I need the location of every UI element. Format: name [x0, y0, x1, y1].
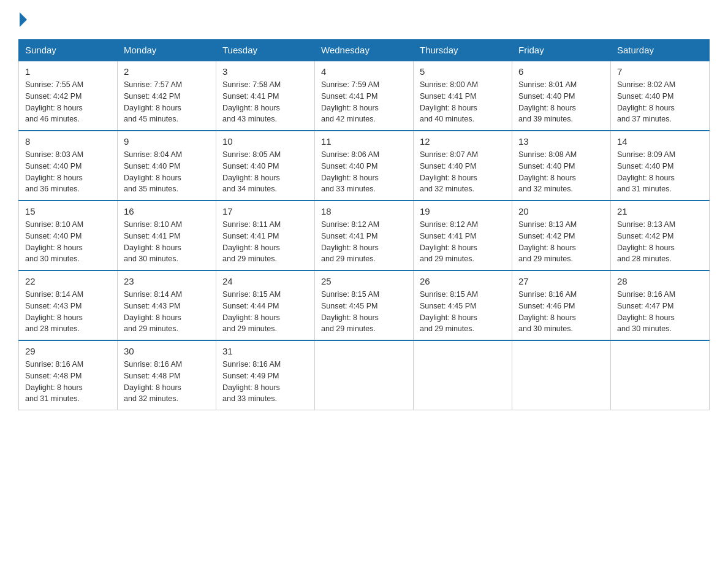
day-info: Sunrise: 8:03 AMSunset: 4:40 PMDaylight:… — [25, 149, 111, 195]
day-number: 17 — [222, 206, 308, 216]
day-number: 25 — [321, 276, 407, 286]
calendar-cell: 31Sunrise: 8:16 AMSunset: 4:49 PMDayligh… — [216, 340, 315, 410]
day-number: 20 — [518, 206, 604, 216]
calendar-cell: 11Sunrise: 8:06 AMSunset: 4:40 PMDayligh… — [315, 131, 414, 201]
calendar-cell: 4Sunrise: 7:59 AMSunset: 4:41 PMDaylight… — [315, 61, 414, 131]
calendar-cell: 23Sunrise: 8:14 AMSunset: 4:43 PMDayligh… — [118, 270, 216, 340]
day-number: 26 — [420, 276, 506, 286]
calendar-cell: 29Sunrise: 8:16 AMSunset: 4:48 PMDayligh… — [19, 340, 118, 410]
calendar-table: SundayMondayTuesdayWednesdayThursdayFrid… — [18, 39, 710, 410]
calendar-cell: 18Sunrise: 8:12 AMSunset: 4:41 PMDayligh… — [315, 201, 414, 270]
day-number: 2 — [124, 66, 210, 77]
calendar-cell: 20Sunrise: 8:13 AMSunset: 4:42 PMDayligh… — [512, 201, 611, 270]
day-number: 30 — [124, 346, 210, 356]
day-number: 27 — [518, 276, 604, 286]
calendar-cell: 12Sunrise: 8:07 AMSunset: 4:40 PMDayligh… — [414, 131, 512, 201]
calendar-cell: 28Sunrise: 8:16 AMSunset: 4:47 PMDayligh… — [611, 270, 710, 340]
day-number: 22 — [25, 276, 111, 286]
day-info: Sunrise: 7:59 AMSunset: 4:41 PMDaylight:… — [321, 79, 407, 125]
column-header-tuesday: Tuesday — [216, 40, 315, 61]
day-info: Sunrise: 8:13 AMSunset: 4:42 PMDaylight:… — [617, 219, 703, 265]
calendar-cell: 15Sunrise: 8:10 AMSunset: 4:40 PMDayligh… — [19, 201, 118, 270]
calendar-cell: 9Sunrise: 8:04 AMSunset: 4:40 PMDaylight… — [118, 131, 216, 201]
day-info: Sunrise: 8:08 AMSunset: 4:40 PMDaylight:… — [518, 149, 604, 195]
calendar-cell: 6Sunrise: 8:01 AMSunset: 4:40 PMDaylight… — [512, 61, 611, 131]
day-number: 9 — [124, 136, 210, 147]
calendar-cell: 16Sunrise: 8:10 AMSunset: 4:41 PMDayligh… — [118, 201, 216, 270]
day-number: 14 — [617, 136, 703, 147]
day-info: Sunrise: 8:00 AMSunset: 4:41 PMDaylight:… — [420, 79, 506, 125]
day-number: 16 — [124, 206, 210, 216]
day-number: 18 — [321, 206, 407, 216]
calendar-cell: 2Sunrise: 7:57 AMSunset: 4:42 PMDaylight… — [118, 61, 216, 131]
calendar-cell: 10Sunrise: 8:05 AMSunset: 4:40 PMDayligh… — [216, 131, 315, 201]
day-number: 3 — [222, 66, 308, 77]
calendar-cell: 26Sunrise: 8:15 AMSunset: 4:45 PMDayligh… — [414, 270, 512, 340]
column-header-saturday: Saturday — [611, 40, 710, 61]
column-header-thursday: Thursday — [414, 40, 512, 61]
day-info: Sunrise: 8:07 AMSunset: 4:40 PMDaylight:… — [420, 149, 506, 195]
day-number: 24 — [222, 276, 308, 286]
day-number: 4 — [321, 66, 407, 77]
day-number: 15 — [25, 206, 111, 216]
calendar-cell: 22Sunrise: 8:14 AMSunset: 4:43 PMDayligh… — [19, 270, 118, 340]
page-header — [18, 12, 710, 27]
day-info: Sunrise: 8:10 AMSunset: 4:41 PMDaylight:… — [124, 219, 210, 265]
calendar-cell: 7Sunrise: 8:02 AMSunset: 4:40 PMDaylight… — [611, 61, 710, 131]
calendar-cell: 1Sunrise: 7:55 AMSunset: 4:42 PMDaylight… — [19, 61, 118, 131]
calendar-week-row: 22Sunrise: 8:14 AMSunset: 4:43 PMDayligh… — [19, 270, 710, 340]
day-number: 19 — [420, 206, 506, 216]
column-header-monday: Monday — [118, 40, 216, 61]
column-header-friday: Friday — [512, 40, 611, 61]
calendar-cell: 13Sunrise: 8:08 AMSunset: 4:40 PMDayligh… — [512, 131, 611, 201]
day-info: Sunrise: 8:09 AMSunset: 4:40 PMDaylight:… — [617, 149, 703, 195]
day-info: Sunrise: 8:06 AMSunset: 4:40 PMDaylight:… — [321, 149, 407, 195]
calendar-cell: 30Sunrise: 8:16 AMSunset: 4:48 PMDayligh… — [118, 340, 216, 410]
day-number: 29 — [25, 346, 111, 356]
calendar-week-row: 1Sunrise: 7:55 AMSunset: 4:42 PMDaylight… — [19, 61, 710, 131]
day-info: Sunrise: 8:16 AMSunset: 4:48 PMDaylight:… — [25, 359, 111, 405]
logo-triangle-icon — [20, 12, 27, 27]
calendar-cell: 3Sunrise: 7:58 AMSunset: 4:41 PMDaylight… — [216, 61, 315, 131]
calendar-week-row: 29Sunrise: 8:16 AMSunset: 4:48 PMDayligh… — [19, 340, 710, 410]
calendar-cell: 24Sunrise: 8:15 AMSunset: 4:44 PMDayligh… — [216, 270, 315, 340]
calendar-cell: 8Sunrise: 8:03 AMSunset: 4:40 PMDaylight… — [19, 131, 118, 201]
day-info: Sunrise: 8:14 AMSunset: 4:43 PMDaylight:… — [25, 289, 111, 335]
day-number: 13 — [518, 136, 604, 147]
day-info: Sunrise: 8:16 AMSunset: 4:47 PMDaylight:… — [617, 289, 703, 335]
day-info: Sunrise: 8:10 AMSunset: 4:40 PMDaylight:… — [25, 219, 111, 265]
calendar-week-row: 15Sunrise: 8:10 AMSunset: 4:40 PMDayligh… — [19, 201, 710, 270]
day-number: 23 — [124, 276, 210, 286]
calendar-cell: 19Sunrise: 8:12 AMSunset: 4:41 PMDayligh… — [414, 201, 512, 270]
day-info: Sunrise: 8:15 AMSunset: 4:45 PMDaylight:… — [420, 289, 506, 335]
day-info: Sunrise: 7:55 AMSunset: 4:42 PMDaylight:… — [25, 79, 111, 125]
day-number: 5 — [420, 66, 506, 77]
day-number: 10 — [222, 136, 308, 147]
day-info: Sunrise: 7:57 AMSunset: 4:42 PMDaylight:… — [124, 79, 210, 125]
day-info: Sunrise: 8:15 AMSunset: 4:45 PMDaylight:… — [321, 289, 407, 335]
day-number: 1 — [25, 66, 111, 77]
day-number: 8 — [25, 136, 111, 147]
calendar-cell: 14Sunrise: 8:09 AMSunset: 4:40 PMDayligh… — [611, 131, 710, 201]
day-number: 21 — [617, 206, 703, 216]
calendar-cell: 17Sunrise: 8:11 AMSunset: 4:41 PMDayligh… — [216, 201, 315, 270]
day-info: Sunrise: 8:11 AMSunset: 4:41 PMDaylight:… — [222, 219, 308, 265]
calendar-cell: 27Sunrise: 8:16 AMSunset: 4:46 PMDayligh… — [512, 270, 611, 340]
logo — [18, 12, 27, 27]
day-info: Sunrise: 7:58 AMSunset: 4:41 PMDaylight:… — [222, 79, 308, 125]
day-info: Sunrise: 8:14 AMSunset: 4:43 PMDaylight:… — [124, 289, 210, 335]
day-info: Sunrise: 8:04 AMSunset: 4:40 PMDaylight:… — [124, 149, 210, 195]
calendar-week-row: 8Sunrise: 8:03 AMSunset: 4:40 PMDaylight… — [19, 131, 710, 201]
calendar-header-row: SundayMondayTuesdayWednesdayThursdayFrid… — [19, 40, 710, 61]
day-number: 12 — [420, 136, 506, 147]
calendar-cell — [414, 340, 512, 410]
column-header-sunday: Sunday — [19, 40, 118, 61]
column-header-wednesday: Wednesday — [315, 40, 414, 61]
day-info: Sunrise: 8:02 AMSunset: 4:40 PMDaylight:… — [617, 79, 703, 125]
calendar-cell — [315, 340, 414, 410]
calendar-cell — [512, 340, 611, 410]
day-info: Sunrise: 8:12 AMSunset: 4:41 PMDaylight:… — [321, 219, 407, 265]
calendar-cell: 21Sunrise: 8:13 AMSunset: 4:42 PMDayligh… — [611, 201, 710, 270]
day-number: 11 — [321, 136, 407, 147]
calendar-cell: 25Sunrise: 8:15 AMSunset: 4:45 PMDayligh… — [315, 270, 414, 340]
